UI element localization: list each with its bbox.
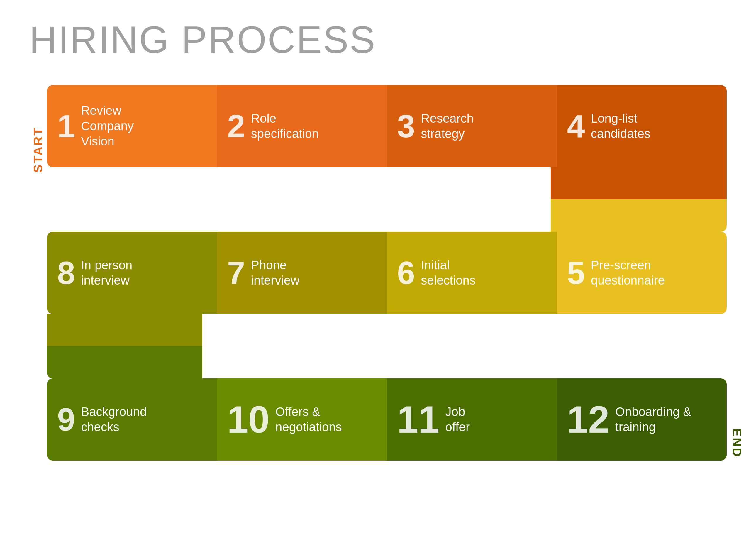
row2: 8 In personinterview 7 Phoneinterview 6 … — [47, 232, 727, 314]
step-9-label: Backgroundchecks — [81, 404, 147, 435]
step-3-number: 3 — [397, 110, 415, 142]
step-11-number: 11 — [397, 400, 440, 439]
connector-left-top — [47, 314, 202, 346]
step-2: 2 Rolespecification — [217, 85, 387, 167]
step-5-number: 5 — [567, 257, 585, 289]
row3: 9 Backgroundchecks 10 Offers &negotiatio… — [47, 378, 727, 461]
step-6-number: 6 — [397, 257, 415, 289]
step-10-number: 10 — [227, 400, 270, 439]
end-label: END — [727, 402, 747, 484]
step-1-label: ReviewCompanyVision — [81, 103, 134, 149]
step-7: 7 Phoneinterview — [217, 232, 387, 314]
step-5-label: Pre-screenquestionnaire — [591, 258, 665, 288]
step-6-label: Initialselections — [421, 258, 476, 288]
step-12: 12 Onboarding &training — [557, 378, 727, 461]
connector-left — [47, 314, 202, 378]
step-12-label: Onboarding &training — [615, 404, 691, 435]
step-5: 5 Pre-screenquestionnaire — [557, 232, 727, 314]
step-10-label: Offers &negotiations — [275, 404, 342, 435]
step-2-number: 2 — [227, 110, 245, 142]
start-text: START — [31, 127, 45, 173]
step-4-label: Long-listcandidates — [591, 111, 650, 142]
step-1-number: 1 — [57, 110, 75, 142]
step-1: 1 ReviewCompanyVision — [47, 85, 217, 167]
step-6: 6 Initialselections — [387, 232, 557, 314]
connector-right-yellow — [551, 199, 727, 232]
step-3: 3 Researchstrategy — [387, 85, 557, 167]
connector-right-top — [551, 167, 727, 199]
step-11-label: Joboffer — [445, 404, 470, 435]
step-8-number: 8 — [57, 257, 75, 289]
step-3-label: Researchstrategy — [421, 111, 474, 142]
step-8: 8 In personinterview — [47, 232, 217, 314]
step-4-number: 4 — [567, 110, 585, 142]
step-7-number: 7 — [227, 257, 245, 289]
row1: 1 ReviewCompanyVision 2 Rolespecificatio… — [47, 85, 727, 167]
step-7-label: Phoneinterview — [251, 258, 300, 288]
step-10: 10 Offers &negotiations — [217, 378, 387, 461]
step-11: 11 Joboffer — [387, 378, 557, 461]
connector-left-green — [47, 346, 202, 378]
step-9-number: 9 — [57, 403, 75, 436]
step-8-label: In personinterview — [81, 258, 132, 288]
step-12-number: 12 — [567, 400, 610, 439]
step-9: 9 Backgroundchecks — [47, 378, 217, 461]
page-title: HIRING PROCESS — [29, 18, 376, 62]
start-label: START — [29, 109, 47, 191]
end-text: END — [730, 428, 744, 458]
step-2-label: Rolespecification — [251, 111, 319, 142]
connector-right — [551, 167, 727, 232]
diagram-container: START 1 ReviewCompanyVision 2 Rolespecif… — [29, 85, 727, 506]
step-4: 4 Long-listcandidates — [557, 85, 727, 167]
